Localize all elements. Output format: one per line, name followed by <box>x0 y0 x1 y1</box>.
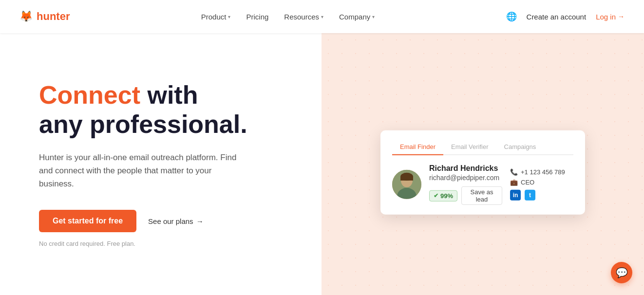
card-right: 📞 +1 123 456 789 💼 CEO in t <box>510 168 573 201</box>
hero-title: Connect withany professional. <box>39 81 292 139</box>
shield-check-icon: ✔ <box>434 192 438 199</box>
chat-bubble-button[interactable]: 💬 <box>611 262 632 283</box>
main-container: Connect withany professional. Hunter is … <box>0 33 644 295</box>
right-panel: Email Finder Email Verifier Campaigns <box>322 33 644 295</box>
product-chevron-icon: ▾ <box>228 14 230 19</box>
nav-pricing[interactable]: Pricing <box>246 13 268 21</box>
left-panel: Connect withany professional. Hunter is … <box>0 33 322 295</box>
see-plans-link[interactable]: See our plans → <box>148 217 204 225</box>
cta-row: Get started for free See our plans → <box>39 210 292 232</box>
navbar: 🦊 hunter Product ▾ Pricing Resources ▾ C… <box>0 0 644 33</box>
globe-icon[interactable]: 🌐 <box>506 11 517 22</box>
card-body: Richard Hendricks richard@piedpiper.com … <box>392 164 573 205</box>
card-info: Richard Hendricks richard@piedpiper.com … <box>429 164 502 205</box>
score-badge: ✔ 99% <box>429 190 457 201</box>
resources-chevron-icon: ▾ <box>321 14 323 19</box>
card-tabs: Email Finder Email Verifier Campaigns <box>392 140 573 155</box>
linkedin-icon[interactable]: in <box>510 190 521 201</box>
svg-rect-4 <box>400 177 413 181</box>
create-account-link[interactable]: Create an account <box>527 13 587 21</box>
logo-text: hunter <box>37 10 70 23</box>
tab-email-verifier[interactable]: Email Verifier <box>443 140 496 155</box>
hero-subtitle: Hunter is your all-in-one email outreach… <box>39 151 244 191</box>
hero-title-highlight: Connect <box>39 81 140 109</box>
nav-right: 🌐 Create an account Log in → <box>506 11 625 22</box>
get-started-button[interactable]: Get started for free <box>39 210 136 232</box>
card-name: Richard Hendricks <box>429 164 502 173</box>
twitter-icon[interactable]: t <box>525 190 535 201</box>
chat-icon: 💬 <box>616 267 628 278</box>
nav-product[interactable]: Product ▾ <box>201 13 231 21</box>
logo-icon: 🦊 <box>19 10 33 23</box>
login-link[interactable]: Log in → <box>596 13 625 21</box>
save-as-lead-button[interactable]: Save as lead <box>461 186 502 205</box>
card-phone: 📞 +1 123 456 789 <box>510 168 573 176</box>
phone-icon: 📞 <box>510 168 518 176</box>
see-plans-arrow-icon: → <box>196 217 204 225</box>
tab-campaigns[interactable]: Campaigns <box>496 140 544 155</box>
nav-resources[interactable]: Resources ▾ <box>284 13 323 21</box>
no-credit-card-note: No credit card required. Free plan. <box>39 240 292 247</box>
company-chevron-icon: ▾ <box>372 14 375 19</box>
briefcase-icon: 💼 <box>510 179 518 186</box>
tab-email-finder[interactable]: Email Finder <box>392 140 443 155</box>
profile-card: Email Finder Email Verifier Campaigns <box>380 130 585 215</box>
card-email: richard@piedpiper.com <box>429 174 502 182</box>
nav-links: Product ▾ Pricing Resources ▾ Company ▾ <box>201 13 375 21</box>
card-badges: ✔ 99% Save as lead <box>429 186 502 205</box>
card-role: 💼 CEO <box>510 179 573 186</box>
nav-company[interactable]: Company ▾ <box>339 13 375 21</box>
avatar <box>392 170 421 199</box>
logo[interactable]: 🦊 hunter <box>19 10 70 23</box>
card-socials: in t <box>510 190 573 201</box>
login-arrow-icon: → <box>618 13 625 20</box>
